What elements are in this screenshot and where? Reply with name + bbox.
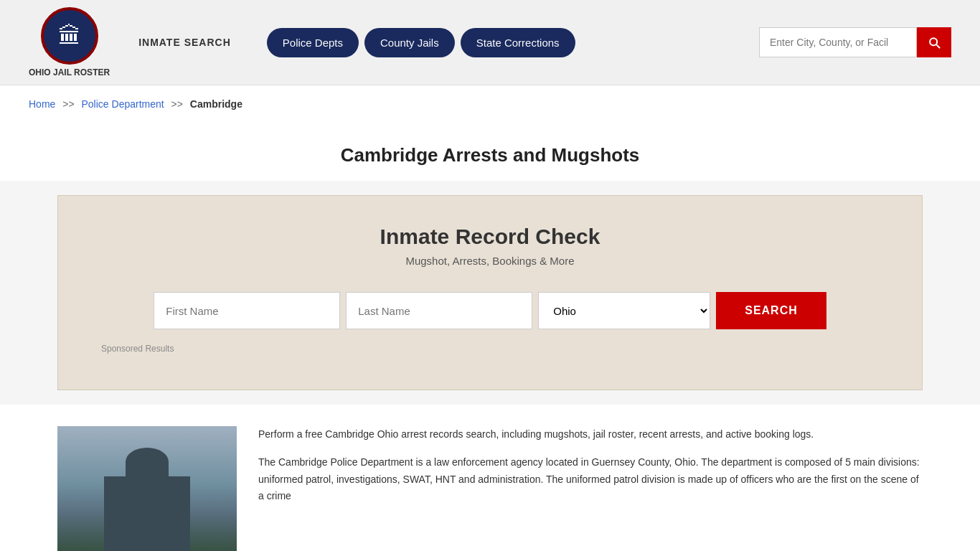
page-title: Cambridge Arrests and Mugshots: [29, 144, 951, 166]
record-check-box: Inmate Record Check Mugshot, Arrests, Bo…: [57, 195, 923, 390]
breadcrumb-sep-2: >>: [171, 98, 183, 110]
logo-building-icon: 🏛: [58, 24, 81, 47]
nav-county-jails[interactable]: County Jails: [364, 28, 455, 57]
breadcrumb: Home >> Police Department >> Cambridge: [0, 85, 980, 123]
logo-link[interactable]: 🏛 OHIO JAIL ROSTER: [29, 7, 110, 77]
content-section: Perform a free Cambridge Ohio arrest rec…: [0, 405, 980, 551]
page-title-section: Cambridge Arrests and Mugshots: [0, 123, 980, 181]
header-search-area: [759, 27, 951, 57]
building: [104, 476, 190, 551]
record-check-title: Inmate Record Check: [101, 225, 879, 249]
nav-state-corrections[interactable]: State Corrections: [461, 28, 575, 57]
main-nav: Police Depts County Jails State Correcti…: [267, 28, 575, 57]
nav-police-depts[interactable]: Police Depts: [267, 28, 359, 57]
header-search-input[interactable]: [759, 27, 917, 57]
header-search-button[interactable]: [917, 27, 951, 57]
record-check-form: AlabamaAlaskaArizonaArkansasCaliforniaCo…: [101, 292, 879, 329]
breadcrumb-home[interactable]: Home: [29, 98, 55, 110]
site-header: 🏛 OHIO JAIL ROSTER INMATE SEARCH Police …: [0, 0, 980, 85]
building-illustration: [57, 426, 237, 551]
sponsored-label: Sponsored Results: [101, 344, 879, 354]
content-text: Perform a free Cambridge Ohio arrest rec…: [258, 426, 923, 551]
dome: [126, 448, 169, 476]
cambridge-image: [57, 426, 237, 551]
breadcrumb-sep-1: >>: [62, 98, 74, 110]
last-name-input[interactable]: [346, 292, 532, 329]
search-icon: [927, 35, 941, 50]
breadcrumb-current: Cambridge: [190, 98, 242, 110]
logo-text: OHIO JAIL ROSTER: [29, 67, 110, 77]
breadcrumb-police-department[interactable]: Police Department: [82, 98, 164, 110]
record-check-search-button[interactable]: SEARCH: [716, 292, 826, 329]
content-paragraph-2: The Cambridge Police Department is a law…: [258, 454, 923, 505]
content-paragraph-1: Perform a free Cambridge Ohio arrest rec…: [258, 426, 923, 443]
logo-circle: 🏛: [41, 7, 98, 65]
state-select[interactable]: AlabamaAlaskaArizonaArkansasCaliforniaCo…: [538, 292, 710, 329]
first-name-input[interactable]: [154, 292, 340, 329]
record-check-subtitle: Mugshot, Arrests, Bookings & More: [101, 255, 879, 267]
site-title: INMATE SEARCH: [138, 37, 231, 48]
